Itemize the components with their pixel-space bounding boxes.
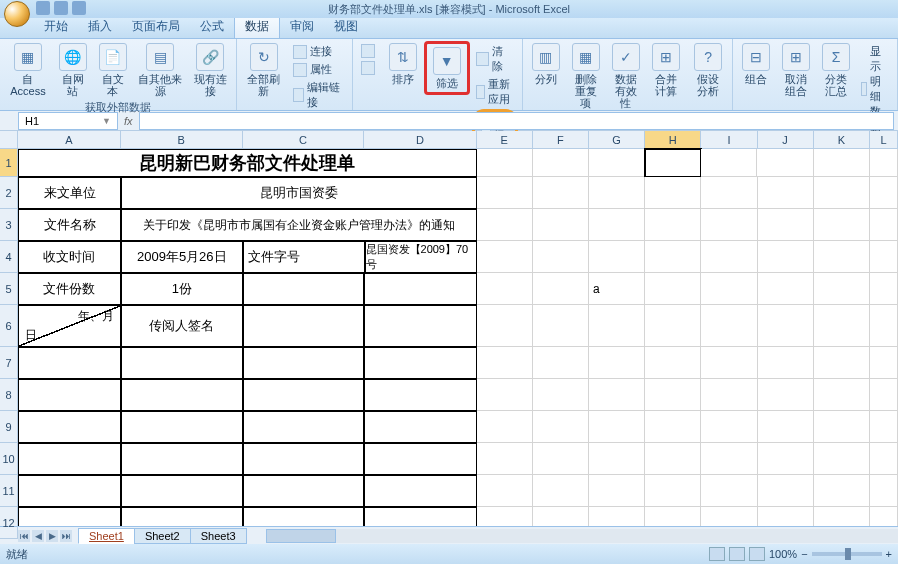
cell[interactable]: [121, 443, 243, 475]
cell[interactable]: 关于印发《昆明市市属国有企业资金账户管理办法》的通知: [121, 209, 477, 241]
cell[interactable]: [870, 305, 898, 347]
cell[interactable]: [758, 411, 814, 443]
name-box[interactable]: H1▼: [18, 112, 118, 130]
cell[interactable]: 昆明市国资委: [121, 177, 477, 209]
cell[interactable]: 文件字号: [243, 241, 365, 273]
cell[interactable]: [243, 305, 365, 347]
cell[interactable]: [701, 379, 757, 411]
cell[interactable]: 年、月日: [18, 305, 121, 347]
cell[interactable]: [814, 305, 870, 347]
zoom-level[interactable]: 100%: [769, 548, 797, 560]
cell[interactable]: [364, 411, 476, 443]
tab-layout[interactable]: 页面布局: [122, 15, 190, 38]
cell[interactable]: [477, 209, 533, 241]
column-header[interactable]: G: [589, 131, 645, 149]
cell[interactable]: [645, 443, 701, 475]
cell[interactable]: [758, 507, 814, 526]
cell[interactable]: [701, 273, 757, 305]
cell[interactable]: [364, 475, 476, 507]
sort-button[interactable]: ⇅排序: [384, 41, 422, 87]
cell[interactable]: [870, 379, 898, 411]
row-header[interactable]: 10: [0, 443, 18, 475]
row-header[interactable]: 5: [0, 273, 18, 305]
cell[interactable]: [814, 209, 870, 241]
undo-icon[interactable]: [54, 1, 68, 15]
horizontal-scrollbar[interactable]: [266, 529, 898, 543]
cell[interactable]: [121, 379, 243, 411]
cell[interactable]: [243, 507, 365, 526]
cell[interactable]: [814, 475, 870, 507]
connections-button[interactable]: 连接: [289, 43, 348, 60]
sheet-tab[interactable]: Sheet3: [190, 528, 247, 544]
cell[interactable]: [18, 443, 121, 475]
cell[interactable]: 1份: [121, 273, 243, 305]
cell[interactable]: [645, 347, 701, 379]
cell[interactable]: 昆明新巴财务部文件处理单: [18, 149, 477, 177]
reapply-button[interactable]: 重新应用: [472, 76, 518, 108]
cell[interactable]: [533, 443, 589, 475]
formula-bar[interactable]: [139, 112, 894, 130]
cell[interactable]: [533, 177, 589, 209]
save-icon[interactable]: [36, 1, 50, 15]
cell[interactable]: [814, 177, 870, 209]
cell[interactable]: [870, 149, 898, 177]
zoom-slider[interactable]: [812, 552, 882, 556]
cell[interactable]: [121, 347, 243, 379]
cell[interactable]: 收文时间: [18, 241, 121, 273]
cell[interactable]: [814, 507, 870, 526]
row-header[interactable]: 1: [0, 149, 18, 177]
cell[interactable]: [701, 149, 757, 177]
cell[interactable]: [645, 273, 701, 305]
column-header[interactable]: D: [364, 131, 476, 149]
view-normal-icon[interactable]: [709, 547, 725, 561]
row-header[interactable]: 11: [0, 475, 18, 507]
redo-icon[interactable]: [72, 1, 86, 15]
sheet-tab[interactable]: Sheet1: [78, 528, 135, 544]
cell[interactable]: [589, 443, 645, 475]
group-button[interactable]: ⊟组合: [737, 41, 775, 87]
cell[interactable]: [589, 177, 645, 209]
cell[interactable]: [589, 241, 645, 273]
cell[interactable]: [645, 379, 701, 411]
cell[interactable]: [364, 443, 476, 475]
cell[interactable]: [701, 347, 757, 379]
cell[interactable]: [758, 475, 814, 507]
cell[interactable]: [758, 379, 814, 411]
row-header[interactable]: 8: [0, 379, 18, 411]
cell[interactable]: [477, 177, 533, 209]
cell[interactable]: [18, 475, 121, 507]
cell[interactable]: [814, 443, 870, 475]
cell[interactable]: [533, 411, 589, 443]
cell[interactable]: [758, 273, 814, 305]
remove-duplicates-button[interactable]: ▦删除 重复项: [567, 41, 605, 111]
tab-formulas[interactable]: 公式: [190, 15, 234, 38]
chevron-down-icon[interactable]: ▼: [102, 116, 111, 126]
row-header[interactable]: 6: [0, 305, 18, 347]
existing-connections-button[interactable]: 🔗现有连接: [188, 41, 232, 99]
cell[interactable]: [645, 149, 701, 177]
column-header[interactable]: A: [18, 131, 121, 149]
column-header[interactable]: B: [121, 131, 243, 149]
select-all-corner[interactable]: [0, 131, 18, 149]
column-header[interactable]: F: [533, 131, 589, 149]
scroll-thumb[interactable]: [266, 529, 336, 543]
cell[interactable]: [645, 475, 701, 507]
cell[interactable]: [364, 507, 476, 526]
cell[interactable]: [243, 347, 365, 379]
what-if-button[interactable]: ?假设分析: [688, 41, 728, 99]
cell[interactable]: [477, 347, 533, 379]
cell[interactable]: [701, 443, 757, 475]
cell[interactable]: [758, 209, 814, 241]
cell[interactable]: [589, 347, 645, 379]
cell[interactable]: [364, 273, 476, 305]
cell[interactable]: [870, 209, 898, 241]
column-header[interactable]: J: [758, 131, 814, 149]
cell[interactable]: [645, 177, 701, 209]
cell[interactable]: [758, 177, 814, 209]
cell[interactable]: [589, 411, 645, 443]
cell[interactable]: [645, 507, 701, 526]
row-header[interactable]: 2: [0, 177, 18, 209]
cell[interactable]: [701, 177, 757, 209]
cell[interactable]: [121, 507, 243, 526]
cell[interactable]: 2009年5月26日: [121, 241, 243, 273]
